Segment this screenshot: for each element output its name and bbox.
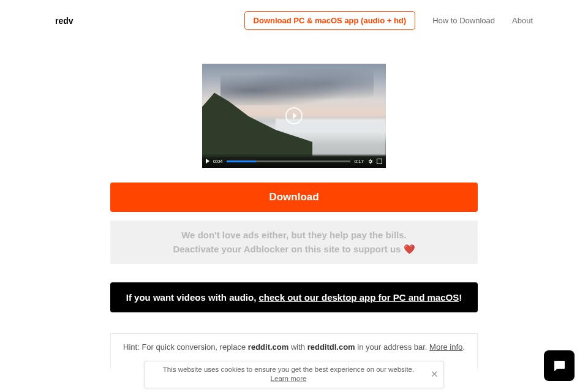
main-content: 0:04 0:17 Download We don't love ads eit… (110, 30, 478, 369)
adblock-line1: We don't love ads either, but they help … (120, 228, 468, 242)
adblock-line2-text: Deactivate your Adblocker on this site t… (173, 244, 403, 254)
video-control-bar: 0:04 0:17 (202, 154, 386, 168)
play-button-overlay[interactable] (285, 107, 303, 124)
cookie-learn-more-link[interactable]: Learn more (271, 375, 307, 382)
settings-icon[interactable] (368, 159, 373, 164)
header: redv Download PC & macOS app (audio + hd… (55, 0, 533, 30)
more-info-link[interactable]: More info (429, 342, 462, 352)
hint-dot: . (462, 342, 465, 352)
current-time: 0:04 (213, 159, 223, 164)
hint-from: reddit.com (248, 342, 288, 352)
hint-suffix: in your address bar. (355, 342, 429, 352)
how-to-download-link[interactable]: How to Download (432, 16, 495, 25)
download-button[interactable]: Download (110, 183, 478, 212)
adblock-notice: We don't love ads either, but they help … (110, 221, 478, 264)
video-preview[interactable]: 0:04 0:17 (202, 64, 386, 168)
close-icon[interactable]: ✕ (431, 368, 439, 380)
duration: 0:17 (354, 159, 364, 164)
chat-button[interactable] (544, 350, 575, 381)
brand-logo[interactable]: redv (55, 16, 74, 26)
progress-bar[interactable] (227, 160, 351, 162)
hint-mid: with (288, 342, 307, 352)
progress-fill (227, 160, 257, 162)
audio-app-promo: If you want videos with audio, check out… (110, 282, 478, 312)
nav: Download PC & macOS app (audio + hd) How… (244, 11, 533, 30)
desktop-app-link[interactable]: check out our desktop app for PC and mac… (258, 292, 459, 303)
chat-icon (552, 358, 567, 373)
download-app-link[interactable]: Download PC & macOS app (audio + hd) (244, 11, 416, 30)
heart-icon: ❤️ (404, 244, 415, 254)
about-link[interactable]: About (512, 16, 533, 25)
play-icon[interactable] (206, 159, 209, 164)
audio-promo-prefix: If you want videos with audio, (126, 292, 259, 303)
hint-prefix: Hint: For quick conversion, replace (123, 342, 248, 352)
hint-to: redditdl.com (307, 342, 355, 352)
fullscreen-icon[interactable] (377, 159, 382, 164)
cookie-banner: This website uses cookies to ensure you … (144, 361, 444, 388)
audio-promo-suffix: ! (459, 292, 462, 303)
adblock-line2: Deactivate your Adblocker on this site t… (120, 242, 468, 256)
cookie-text: This website uses cookies to ensure you … (163, 366, 414, 373)
video-artwork (221, 69, 374, 105)
